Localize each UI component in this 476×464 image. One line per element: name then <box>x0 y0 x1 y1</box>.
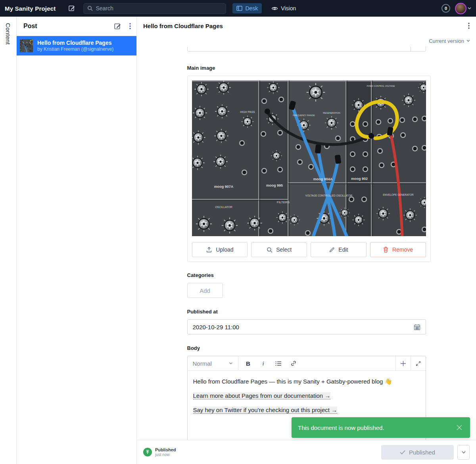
tab-vision-label: Vision <box>281 5 296 11</box>
search-icon <box>87 6 93 11</box>
workspace: Content Post <box>0 17 476 464</box>
publish-button[interactable]: Published <box>381 445 454 460</box>
link-button[interactable] <box>287 357 300 369</box>
chevron-down-icon <box>462 451 466 454</box>
create-post-button[interactable] <box>114 23 121 30</box>
document-scroll-area[interactable]: Main image Upload <box>137 47 476 440</box>
field-label: Categories <box>187 272 426 278</box>
tab-vision[interactable]: Vision <box>267 3 300 13</box>
field-label: Body <box>187 345 426 351</box>
bullet-list-button[interactable] <box>272 357 285 369</box>
search-icon <box>267 247 273 253</box>
document-footer: Published just now Published <box>137 440 476 464</box>
image-fieldset: Upload Select <box>187 76 431 262</box>
italic-button[interactable]: i <box>257 357 270 369</box>
remove-label: Remove <box>392 246 413 253</box>
chevron-down-icon <box>466 40 470 42</box>
body-link[interactable]: Say hey on Twitter if you're checking ou… <box>193 407 338 414</box>
post-list-pane: Post <box>17 17 137 464</box>
calendar-icon <box>414 324 420 330</box>
publish-toast: This document is now published. <box>292 417 470 438</box>
version-selector[interactable]: Current version <box>137 35 476 47</box>
trash-icon <box>383 246 389 253</box>
remove-button[interactable]: Remove <box>370 242 426 257</box>
content-rail[interactable]: Content <box>0 17 17 464</box>
upload-icon <box>206 246 212 253</box>
slug-field-clipped <box>187 47 426 52</box>
document-pane: Hello from Cloudflare Pages Current vers… <box>137 17 476 464</box>
upload-label: Upload <box>216 246 233 253</box>
slug-generate-button[interactable] <box>411 47 426 51</box>
plus-icon <box>400 361 406 367</box>
document-title: Hello from Cloudflare Pages <box>143 23 468 29</box>
publish-status: Published just now <box>143 447 176 457</box>
block-style-select[interactable]: Normal <box>188 356 238 370</box>
bullet-list-icon <box>275 361 282 366</box>
post-list-item-selected[interactable]: Hello from Cloudflare Pages by Kristian … <box>17 36 136 55</box>
new-document-button[interactable] <box>67 3 77 13</box>
global-search[interactable] <box>83 3 226 14</box>
post-item-subtitle: by Kristian Freeman (@signalnerve) <box>37 46 113 52</box>
body-link[interactable]: Learn more about Pages from our document… <box>193 392 331 399</box>
datepicker-button[interactable] <box>414 324 420 330</box>
body-paragraph: Say hey on Twitter if you're checking ou… <box>193 406 420 414</box>
italic-glyph: i <box>262 360 264 367</box>
notifications-count: 0 <box>445 6 447 11</box>
status-title: Published <box>155 447 176 453</box>
insert-block-button[interactable] <box>395 356 411 370</box>
expand-icon <box>416 361 421 366</box>
chevron-down-icon <box>229 362 233 365</box>
select-label: Select <box>276 246 292 253</box>
select-button[interactable]: Select <box>251 242 307 257</box>
status-time: just now <box>155 453 176 457</box>
content-rail-label: Content <box>5 23 12 464</box>
compose-icon <box>114 23 121 30</box>
toast-close-button[interactable] <box>455 423 464 432</box>
check-icon <box>400 450 405 454</box>
field-published-at: Published at <box>187 309 426 334</box>
publish-button-label: Published <box>409 449 435 456</box>
pencil-icon <box>329 247 335 253</box>
pane-title: Post <box>23 23 114 30</box>
search-input[interactable] <box>96 5 222 11</box>
bold-glyph: B <box>246 360 250 367</box>
top-navbar: My Sanity Project <box>0 0 476 17</box>
pane-menu-button[interactable] <box>129 23 131 29</box>
slug-input[interactable] <box>187 47 426 52</box>
field-categories: Categories Add <box>187 272 426 298</box>
compose-icon <box>68 5 75 12</box>
editor-toolbar: Normal B i <box>188 356 426 371</box>
edit-button[interactable]: Edit <box>311 242 367 257</box>
field-label: Main image <box>187 65 426 71</box>
tab-desk[interactable]: Desk <box>232 3 262 13</box>
bold-button[interactable]: B <box>242 357 255 369</box>
add-category-button[interactable]: Add <box>187 283 223 298</box>
body-paragraph: Learn more about Pages from our document… <box>193 391 420 400</box>
main-image-photo <box>192 80 426 236</box>
close-icon <box>456 424 463 431</box>
publish-actions-menu-button[interactable] <box>457 445 470 460</box>
vertical-dots-icon <box>129 23 131 29</box>
avatar <box>455 3 466 14</box>
upload-button[interactable]: Upload <box>192 242 248 257</box>
post-item-title: Hello from Cloudflare Pages <box>37 40 113 46</box>
notifications-badge[interactable]: 0 <box>441 4 450 13</box>
toast-message: This document is now published. <box>298 424 455 431</box>
document-header: Hello from Cloudflare Pages <box>137 17 476 35</box>
edit-label: Edit <box>338 246 348 253</box>
body-paragraph[interactable]: Hello from Cloudflare Pages — this is my… <box>193 377 420 386</box>
project-title: My Sanity Project <box>5 5 56 12</box>
published-at-input[interactable] <box>193 324 410 330</box>
post-pane-header: Post <box>17 17 136 36</box>
eye-icon <box>271 6 278 11</box>
sanity-studio-app: My Sanity Project <box>0 0 476 464</box>
user-menu[interactable] <box>455 3 471 14</box>
version-label: Current version <box>429 38 464 44</box>
user-menu-chevron-icon <box>468 7 471 10</box>
tool-tabs: Desk Vision <box>232 3 300 13</box>
field-main-image: Main image Upload <box>187 65 426 262</box>
document-menu-button[interactable] <box>468 23 470 29</box>
link-icon <box>290 360 297 367</box>
fullscreen-button[interactable] <box>411 356 426 370</box>
field-label: Published at <box>187 309 426 315</box>
